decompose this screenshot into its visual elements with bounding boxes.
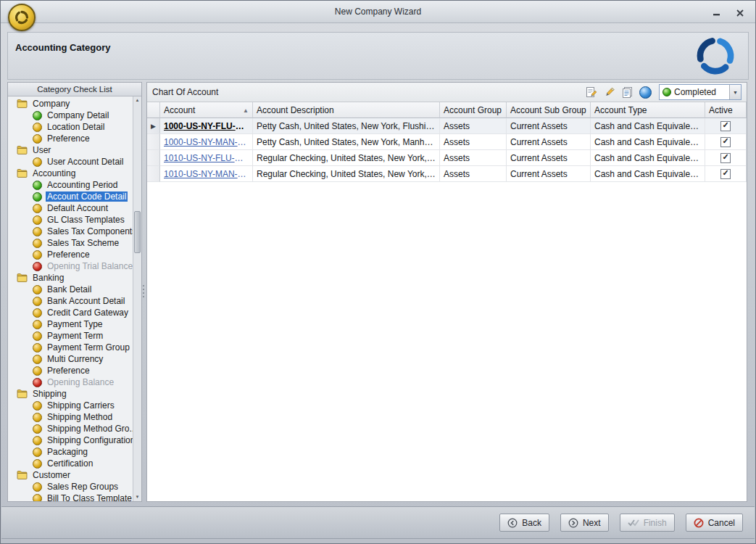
column-header-account-type[interactable]: Account Type: [591, 102, 705, 118]
status-filter-dropdown[interactable]: Completed ▼: [659, 84, 742, 100]
tree-item-payment-term[interactable]: Payment Term: [8, 330, 133, 342]
cancel-button[interactable]: Cancel: [686, 514, 743, 532]
tree-item-label: Accounting Period: [46, 180, 119, 190]
status-green-icon: [33, 181, 42, 190]
status-filter-value: Completed: [674, 87, 729, 97]
tree-item-label: Sales Rep Groups: [46, 482, 120, 492]
tree-item-accounting-period[interactable]: Accounting Period: [8, 179, 133, 191]
tree-item-credit-card-gateway[interactable]: Credit Card Gateway: [8, 307, 133, 318]
tree-item-label: Preference: [46, 133, 91, 144]
tree-item-user-account-detail[interactable]: User Account Detail: [8, 156, 133, 168]
account-cell[interactable]: 1010-US-NY-MAN-MAIN: [160, 166, 253, 182]
active-checkbox[interactable]: [720, 153, 731, 163]
status-yellow-icon: [33, 239, 42, 248]
status-yellow-icon: [33, 297, 42, 306]
folder-icon: [17, 390, 28, 398]
tree-item-label: Multi Currency: [46, 354, 104, 364]
edit-record-icon[interactable]: [602, 85, 616, 99]
tree-item-payment-type[interactable]: Payment Type: [8, 318, 133, 330]
active-checkbox[interactable]: [720, 169, 731, 179]
close-icon: [736, 9, 744, 17]
scrollbar-thumb[interactable]: [134, 211, 141, 253]
tree-item-company-detail[interactable]: Company Detail: [8, 110, 133, 121]
sort-asc-icon: ▲: [243, 107, 249, 114]
tree-item-account-code-detail[interactable]: Account Code Detail: [8, 191, 133, 202]
finish-button[interactable]: Finish: [620, 514, 675, 532]
account-cell[interactable]: 1010-US-NY-FLU-OUT: [160, 150, 253, 166]
column-header-account-group[interactable]: Account Group: [440, 102, 507, 118]
tree-item-opening-trial-balance[interactable]: Opening Trial Balance: [8, 260, 133, 272]
tree-item-payment-term-group[interactable]: Payment Term Group: [8, 342, 133, 353]
tree-item-bank-account-detail[interactable]: Bank Account Detail: [8, 295, 133, 307]
tree-folder-banking[interactable]: Banking: [8, 272, 133, 284]
active-checkbox[interactable]: [720, 137, 731, 147]
account-cell[interactable]: 1000-US-NY-FLU-OUT: [160, 118, 253, 134]
table-row[interactable]: ▶1000-US-NY-FLU-OUTPetty Cash, United St…: [147, 118, 747, 134]
account-description-cell: Petty Cash, United States, New York, Man…: [253, 134, 440, 150]
column-header-account-description[interactable]: Account Description: [253, 102, 440, 118]
tree-item-label: Preference: [46, 366, 91, 376]
tree-item-packaging[interactable]: Packaging: [8, 446, 133, 458]
tree-item-shipping-carriers[interactable]: Shipping Carriers: [8, 400, 133, 411]
tree-item-multi-currency[interactable]: Multi Currency: [8, 353, 133, 365]
status-yellow-icon: [33, 413, 42, 422]
tree-item-shipping-configuration[interactable]: Shipping Configuration: [8, 434, 133, 446]
table-row[interactable]: 1000-US-NY-MAN-MAINPetty Cash, United St…: [147, 134, 747, 150]
tree-item-bill-to-class-template[interactable]: Bill To Class Template: [8, 493, 133, 501]
next-button[interactable]: Next: [560, 514, 609, 532]
splitter-handle[interactable]: [141, 82, 146, 500]
status-yellow-icon: [33, 424, 42, 434]
tree-item-location-detail[interactable]: Location Detail: [8, 121, 133, 133]
tree-item-certification[interactable]: Certification: [8, 458, 133, 469]
status-red-icon: [33, 262, 42, 271]
account-sub-group-cell: Current Assets: [507, 134, 591, 150]
status-yellow-icon: [33, 331, 42, 341]
back-button-label: Back: [522, 518, 541, 528]
row-indicator-header: [147, 102, 160, 118]
tree-item-preference[interactable]: Preference: [8, 133, 133, 144]
table-row[interactable]: 1010-US-NY-FLU-OUTRegular Checking, Unit…: [147, 150, 747, 166]
tree-item-default-account[interactable]: Default Account: [8, 202, 133, 214]
tree-item-sales-tax-scheme[interactable]: Sales Tax Scheme: [8, 237, 133, 249]
tree-item-opening-balance[interactable]: Opening Balance: [8, 376, 133, 388]
category-tree: CompanyCompany DetailLocation DetailPref…: [8, 96, 133, 501]
tree-item-sales-rep-groups[interactable]: Sales Rep Groups: [8, 481, 133, 493]
tree-item-preference[interactable]: Preference: [8, 249, 133, 260]
tree-item-bank-detail[interactable]: Bank Detail: [8, 284, 133, 295]
active-checkbox[interactable]: [720, 121, 731, 131]
tree-folder-company[interactable]: Company: [8, 98, 133, 110]
tree-item-shipping-method-gro[interactable]: Shipping Method Gro...: [8, 423, 133, 434]
account-cell[interactable]: 1000-US-NY-MAN-MAIN: [160, 134, 253, 150]
dropdown-arrow-icon[interactable]: ▼: [729, 85, 741, 99]
minimize-button[interactable]: [710, 7, 723, 17]
tree-item-label: Account Code Detail: [46, 191, 128, 202]
tree-folder-accounting[interactable]: Accounting: [8, 168, 133, 179]
table-row[interactable]: 1010-US-NY-MAN-MAINRegular Checking, Uni…: [147, 166, 747, 182]
tree-item-sales-tax-components[interactable]: Sales Tax Components: [8, 226, 133, 237]
folder-icon: [17, 99, 28, 108]
tree-item-gl-class-templates[interactable]: GL Class Templates: [8, 214, 133, 226]
column-header-account[interactable]: Account▲: [160, 102, 253, 118]
tree-item-preference[interactable]: Preference: [8, 365, 133, 376]
status-yellow-icon: [33, 401, 42, 411]
tree-folder-customer[interactable]: Customer: [8, 469, 133, 481]
tree-folder-label: Accounting: [31, 168, 77, 178]
tree-item-label: Payment Type: [46, 319, 104, 329]
tree-item-shipping-method[interactable]: Shipping Method: [8, 411, 133, 423]
titlebar[interactable]: New Company Wizard: [1, 1, 755, 23]
new-record-icon[interactable]: [583, 85, 598, 99]
back-button[interactable]: Back: [499, 514, 549, 532]
close-button[interactable]: [734, 7, 747, 17]
toolbar: Completed ▼: [583, 84, 742, 100]
column-header-active[interactable]: Active: [705, 102, 747, 118]
column-header-account-sub-group[interactable]: Account Sub Group: [507, 102, 591, 118]
finish-button-label: Finish: [644, 518, 667, 528]
web-icon[interactable]: [638, 85, 652, 99]
app-logo-swirl-icon: [14, 9, 30, 25]
status-yellow-icon: [33, 227, 42, 236]
tree-folder-shipping[interactable]: Shipping: [8, 388, 133, 400]
records-list-icon[interactable]: [620, 85, 634, 99]
account-sub-group-cell: Current Assets: [507, 150, 591, 166]
tree-folder-user[interactable]: User: [8, 144, 133, 156]
next-button-label: Next: [583, 518, 601, 528]
